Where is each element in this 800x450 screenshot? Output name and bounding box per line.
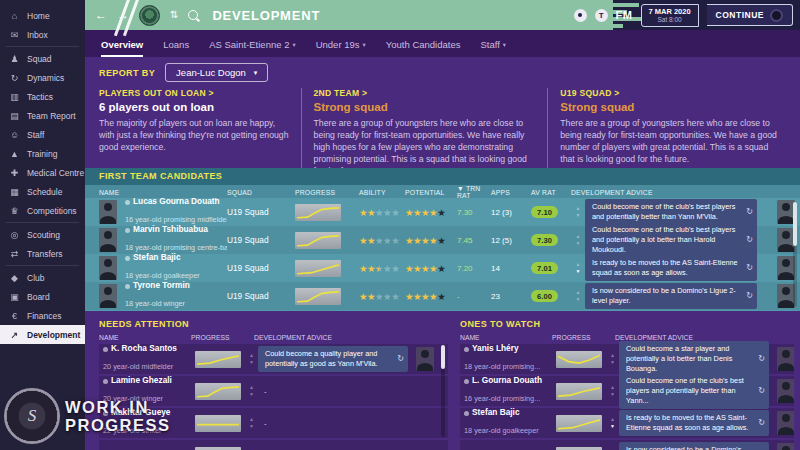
advice-scroll-control[interactable]: ▲▼ [606,385,619,397]
panel-title-link[interactable]: U19 SQUAD > [560,88,782,98]
column-header-development-advice[interactable]: DEVELOPMENT ADVICE [615,334,773,341]
expand-advice-icon[interactable]: ↻ [746,207,753,218]
development-advice-chip[interactable]: Is ready to be moved to the AS Saint-Eti… [619,410,769,436]
advice-scroll-control[interactable]: ▲▼ [606,417,619,429]
column-header-development-advice[interactable]: DEVELOPMENT ADVICE [571,189,767,196]
club-crest-icon[interactable] [139,5,160,26]
sidebar-item-medical-centre[interactable]: ✚Medical Centre [0,163,85,182]
fm-logo[interactable]: FM [616,9,633,21]
column-header-development-advice[interactable]: DEVELOPMENT ADVICE [254,334,412,341]
advice-scroll-control[interactable]: ▲▼ [571,234,585,246]
chevron-up-icon[interactable]: ▲ [610,353,615,358]
table-row[interactable]: Lamine Ghezali20 year-old winger▲▼- [99,376,448,406]
column-header-progress[interactable]: PROGRESS [191,334,241,341]
table-row[interactable]: Stefan Bajic18 year-old goalkeeperU19 Sq… [85,254,800,282]
development-advice-chip[interactable]: Could become one of the club's best play… [585,222,757,258]
expand-advice-icon[interactable]: ↻ [758,386,765,397]
column-header-av-rat[interactable]: AV RAT [531,189,571,196]
column-header-progress[interactable]: PROGRESS [295,189,359,196]
chevron-up-icon[interactable]: ▲ [249,385,254,390]
expand-advice-icon[interactable]: ↻ [758,354,765,365]
sidebar-item-transfers[interactable]: ⇄Transfers [0,244,85,263]
chevron-up-icon[interactable]: ▲ [610,417,615,422]
chevron-up-icon[interactable]: ▲ [576,262,581,267]
development-advice-chip[interactable]: Could become one of the club's best play… [585,199,757,225]
scrollbar[interactable] [793,202,797,307]
column-header-name[interactable]: NAME [99,334,191,341]
tab-under-19s[interactable]: Under 19s▾ [316,39,366,57]
column-header-potential[interactable]: POTENTIAL [405,189,457,196]
chevron-up-icon[interactable]: ▲ [249,353,254,358]
column-header-ability[interactable]: ABILITY [359,189,405,196]
panel-title-link[interactable]: 2ND TEAM > [314,88,536,98]
chevron-down-icon[interactable]: ▼ [610,392,615,397]
report-by-dropdown[interactable]: Jean-Luc Dogon ▾ [165,63,268,82]
pin-icon[interactable] [574,9,587,22]
chevron-down-icon[interactable]: ▼ [249,360,254,365]
chevron-down-icon[interactable]: ▼ [576,241,581,246]
sidebar-item-home[interactable]: ⌂Home [0,6,85,25]
development-advice-chip[interactable]: Could become a star player and potential… [619,341,769,377]
chevron-up-icon[interactable]: ▲ [576,206,581,211]
advice-scroll-control[interactable]: ▲▼ [571,206,585,218]
chevron-down-icon[interactable]: ▼ [576,297,581,302]
sidebar-item-club[interactable]: ◆Club [0,268,85,287]
advice-scroll-control[interactable]: ▲▼ [571,262,585,274]
t-badge-icon[interactable]: T [595,9,608,22]
search-icon[interactable] [188,10,198,20]
development-advice-chip[interactable]: Is now considered to be a Domino's Ligue… [585,283,757,309]
advice-scroll-control[interactable]: ▲▼ [245,385,258,397]
column-header-squad[interactable]: SQUAD [227,189,295,196]
sidebar-item-board[interactable]: ▣Board [0,287,85,306]
development-advice-chip[interactable]: Is ready to be moved to the AS Saint-Eti… [585,255,757,281]
continue-button[interactable]: CONTINUE [707,4,793,26]
column-header-progress[interactable]: PROGRESS [552,334,602,341]
scrollbar[interactable] [441,345,445,437]
forward-icon[interactable]: → [117,9,129,21]
sidebar-item-development[interactable]: ↗Development [0,325,85,344]
expand-advice-icon[interactable]: ↻ [758,418,765,429]
tab-as-saint-etienne-2[interactable]: AS Saint-Etienne 2▾ [209,39,296,57]
sidebar-item-tactics[interactable]: ▥Tactics [0,87,85,106]
chevron-up-icon[interactable]: ▲ [576,290,581,295]
tab-youth-candidates[interactable]: Youth Candidates [386,39,461,57]
column-header-apps[interactable]: APPS [491,189,531,196]
tab-loans[interactable]: Loans [163,39,189,57]
chevron-down-icon[interactable]: ▼ [576,213,581,218]
chevron-down-icon[interactable]: ▼ [610,360,615,365]
expand-advice-icon[interactable]: ↻ [746,291,753,302]
column-header-name[interactable]: NAME [99,189,227,196]
chevron-up-icon[interactable]: ▲ [610,385,615,390]
column-header-trn-rat[interactable]: ▼ TRN RAT [457,185,491,199]
development-advice-chip[interactable]: Is now considered to be a Domino's Ligue… [619,442,769,450]
sidebar-item-team-report[interactable]: ▤Team Report [0,106,85,125]
sidebar-item-schedule[interactable]: ▦Schedule [0,182,85,201]
development-advice-chip[interactable]: Could become a quality player and potent… [258,346,408,372]
panel-title-link[interactable]: PLAYERS OUT ON LOAN > [99,88,289,98]
advice-scroll-control[interactable]: ▲▼ [245,353,258,365]
date-display[interactable]: 7 MAR 2020 Sat 8:00 [641,4,699,27]
tab-staff[interactable]: Staff▾ [480,39,506,57]
sidebar-item-finances[interactable]: €Finances [0,306,85,325]
sidebar-item-training[interactable]: ▲Training [0,144,85,163]
sidebar-item-dynamics[interactable]: ↻Dynamics [0,68,85,87]
development-advice-chip[interactable]: Could become one of the club's best play… [619,373,769,409]
chevron-down-icon[interactable]: ▼ [576,269,581,274]
sidebar-item-staff[interactable]: ☺Staff [0,125,85,144]
column-header-name[interactable]: NAME [460,334,552,341]
table-row[interactable]: L. Gourna Douath16 year-old promising...… [460,376,794,406]
tab-overview[interactable]: Overview [101,39,143,57]
swap-icon[interactable]: ⇅ [170,10,178,20]
chevron-down-icon[interactable]: ▼ [249,392,254,397]
table-row[interactable]: Marvin Tshibuabua18 year-old promising c… [85,226,800,254]
table-row[interactable]: Stefan Bajic18 year-old goalkeeper▲▼Is r… [460,408,794,438]
scrollbar-thumb[interactable] [793,202,797,246]
advice-scroll-control[interactable]: ▲▼ [606,353,619,365]
sidebar-item-squad[interactable]: ♟Squad [0,49,85,68]
sidebar-item-scouting[interactable]: ◎Scouting [0,225,85,244]
scrollbar-thumb[interactable] [441,345,445,369]
table-row[interactable]: ▲▼ [99,440,448,450]
table-row[interactable]: Tyrone Tormin18 year-old wingerU19 Squad… [85,282,800,310]
chevron-up-icon[interactable]: ▲ [576,234,581,239]
sidebar-item-inbox[interactable]: ✉Inbox [0,25,85,44]
